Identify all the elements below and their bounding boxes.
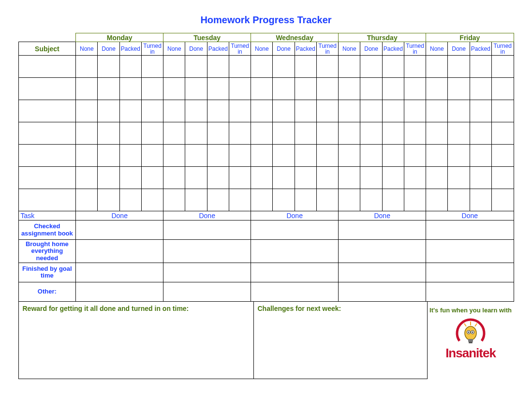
status-cell[interactable] [207,100,229,122]
status-cell[interactable] [273,189,295,211]
status-cell[interactable] [163,100,185,122]
status-cell[interactable] [382,167,404,189]
status-cell[interactable] [76,167,98,189]
status-cell[interactable] [339,167,360,189]
status-cell[interactable] [229,78,251,100]
status-cell[interactable] [273,145,295,167]
status-cell[interactable] [119,122,141,145]
status-cell[interactable] [470,122,491,145]
status-cell[interactable] [491,167,514,189]
status-cell[interactable] [251,167,273,189]
status-cell[interactable] [185,145,207,167]
status-cell[interactable] [470,167,491,189]
status-cell[interactable] [273,100,295,122]
status-cell[interactable] [141,78,163,100]
status-cell[interactable] [470,100,491,122]
status-cell[interactable] [426,189,448,211]
status-cell[interactable] [295,78,316,100]
status-cell[interactable] [491,78,514,100]
status-cell[interactable] [251,189,273,211]
status-cell[interactable] [229,100,251,122]
status-cell[interactable] [382,78,404,100]
status-cell[interactable] [448,56,470,78]
status-cell[interactable] [448,78,470,100]
task-done-cell[interactable] [76,263,163,282]
status-cell[interactable] [163,145,185,167]
status-cell[interactable] [273,167,295,189]
status-cell[interactable] [426,122,448,145]
status-cell[interactable] [185,167,207,189]
status-cell[interactable] [163,122,185,145]
status-cell[interactable] [426,100,448,122]
status-cell[interactable] [339,100,360,122]
status-cell[interactable] [76,78,98,100]
status-cell[interactable] [207,122,229,145]
status-cell[interactable] [251,122,273,145]
status-cell[interactable] [339,145,360,167]
task-done-cell[interactable] [426,282,514,301]
status-cell[interactable] [316,78,338,100]
task-done-cell[interactable] [76,220,163,240]
task-done-cell[interactable] [339,263,426,282]
task-done-cell[interactable] [426,263,514,282]
status-cell[interactable] [491,189,514,211]
status-cell[interactable] [76,122,98,145]
status-cell[interactable] [76,56,98,78]
status-cell[interactable] [207,56,229,78]
status-cell[interactable] [426,145,448,167]
status-cell[interactable] [426,56,448,78]
status-cell[interactable] [98,167,119,189]
status-cell[interactable] [76,189,98,211]
status-cell[interactable] [470,78,491,100]
status-cell[interactable] [360,189,382,211]
status-cell[interactable] [207,145,229,167]
status-cell[interactable] [119,145,141,167]
status-cell[interactable] [470,56,491,78]
status-cell[interactable] [185,189,207,211]
status-cell[interactable] [360,56,382,78]
status-cell[interactable] [470,189,491,211]
status-cell[interactable] [141,56,163,78]
status-cell[interactable] [98,189,119,211]
status-cell[interactable] [404,145,426,167]
task-done-cell[interactable] [163,220,251,240]
status-cell[interactable] [185,56,207,78]
task-done-cell[interactable] [251,282,339,301]
status-cell[interactable] [229,167,251,189]
subject-cell[interactable] [18,56,76,78]
status-cell[interactable] [470,145,491,167]
status-cell[interactable] [382,145,404,167]
status-cell[interactable] [185,78,207,100]
status-cell[interactable] [382,56,404,78]
status-cell[interactable] [185,122,207,145]
status-cell[interactable] [491,145,514,167]
status-cell[interactable] [141,100,163,122]
status-cell[interactable] [339,78,360,100]
status-cell[interactable] [448,122,470,145]
status-cell[interactable] [295,167,316,189]
status-cell[interactable] [163,78,185,100]
task-done-cell[interactable] [163,282,251,301]
status-cell[interactable] [185,100,207,122]
status-cell[interactable] [404,122,426,145]
status-cell[interactable] [339,189,360,211]
status-cell[interactable] [295,189,316,211]
task-done-cell[interactable] [76,282,163,301]
status-cell[interactable] [76,145,98,167]
status-cell[interactable] [339,122,360,145]
task-done-cell[interactable] [339,240,426,263]
status-cell[interactable] [316,167,338,189]
status-cell[interactable] [404,56,426,78]
task-done-cell[interactable] [339,220,426,240]
status-cell[interactable] [491,122,514,145]
status-cell[interactable] [404,100,426,122]
status-cell[interactable] [163,56,185,78]
subject-cell[interactable] [18,189,76,211]
task-done-cell[interactable] [163,240,251,263]
status-cell[interactable] [207,78,229,100]
status-cell[interactable] [141,145,163,167]
status-cell[interactable] [273,56,295,78]
status-cell[interactable] [98,78,119,100]
status-cell[interactable] [251,56,273,78]
status-cell[interactable] [360,145,382,167]
